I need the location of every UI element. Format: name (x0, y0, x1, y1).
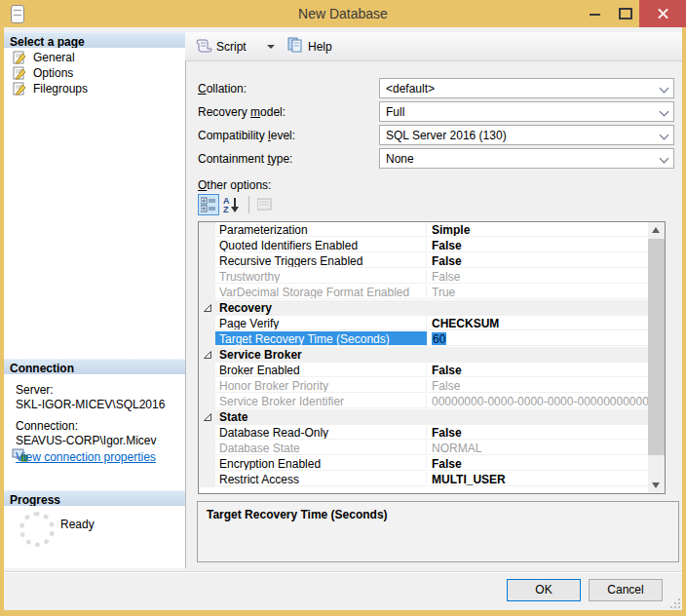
property-value[interactable]: CHECKSUM (428, 316, 648, 330)
property-value[interactable]: False (428, 378, 648, 393)
scroll-up-button[interactable] (648, 222, 665, 239)
connection-panel: Server: SKL-IGOR-MICEV\SQL2016 Connectio… (4, 374, 185, 490)
script-dropdown-icon[interactable] (267, 45, 275, 49)
server-label: Server: (16, 383, 54, 397)
chevron-down-icon (660, 85, 669, 95)
compatibility-level-select[interactable]: SQL Server 2016 (130) (379, 125, 674, 145)
property-value[interactable]: NORMAL (428, 441, 648, 455)
property-value[interactable]: False (428, 238, 648, 252)
minimize-button[interactable] (583, 0, 608, 27)
property-name[interactable]: Restrict Access (215, 472, 427, 486)
close-button[interactable] (639, 0, 686, 27)
categorized-icon (201, 197, 216, 212)
maximize-button[interactable] (612, 0, 637, 27)
page-icon (13, 82, 27, 96)
collation-select[interactable]: <default> (379, 78, 674, 98)
property-name[interactable]: Quoted Identifiers Enabled (215, 238, 427, 252)
containment-type-value: None (386, 152, 414, 166)
grid-row: VarDecimal Storage Format Enabled True (199, 285, 665, 300)
collation-value: <default> (386, 82, 435, 96)
grid-scrollbar[interactable] (648, 222, 665, 493)
grid-row: Quoted Identifiers Enabled False (199, 238, 665, 253)
grid-row: Parameterization Simple (199, 222, 665, 238)
property-value[interactable]: 00000000-0000-0000-0000-000000000000 (428, 394, 648, 408)
connection-header: Connection (4, 359, 185, 374)
property-name[interactable]: VarDecimal Storage Format Enabled (215, 285, 427, 299)
property-value[interactable]: MULTI_USER (428, 472, 648, 486)
grid-row: Page Verify CHECKSUM (199, 316, 665, 331)
sidebar-item-general[interactable]: General (4, 50, 185, 65)
property-name[interactable]: Trustworthy (215, 269, 427, 284)
az-sort-icon: AZ (223, 196, 241, 213)
view-connection-properties-link[interactable]: View connection properties (16, 450, 156, 464)
property-name[interactable]: Target Recovery Time (Seconds) (215, 331, 427, 346)
script-button[interactable]: Script (195, 36, 263, 57)
grid-category-row[interactable]: Service Broker (199, 347, 665, 363)
compatibility-level-label: Compatibility level: (198, 129, 295, 142)
grid-row: Database State NORMAL (199, 441, 665, 456)
collapse-expander-icon[interactable] (203, 303, 212, 313)
property-value[interactable]: False (428, 363, 648, 377)
property-name[interactable]: Broker Enabled (215, 363, 427, 377)
property-value[interactable]: False (428, 456, 648, 471)
chevron-down-icon (660, 155, 669, 165)
grid-category-row[interactable]: State (199, 409, 665, 425)
other-options-property-grid: Parameterization Simple Quoted Identifie… (198, 221, 666, 494)
property-value[interactable]: False (428, 425, 648, 440)
sidebar-item-options[interactable]: Options (4, 65, 185, 81)
alphabetical-sort-button[interactable]: AZ (221, 194, 243, 215)
progress-header: Progress (4, 490, 185, 506)
grid-category-row[interactable]: Recovery (199, 300, 665, 316)
cancel-button[interactable]: Cancel (589, 579, 663, 601)
containment-type-label: Containment type: (198, 152, 292, 166)
script-button-label: Script (216, 40, 247, 54)
ok-button[interactable]: OK (507, 579, 581, 601)
grid-row-selected: Target Recovery Time (Seconds) 60 (199, 331, 665, 347)
category-label: Service Broker (219, 348, 302, 362)
property-name[interactable]: Encryption Enabled (215, 456, 427, 471)
progress-panel: Ready (4, 506, 185, 568)
help-pages-icon (286, 37, 304, 53)
category-label: State (219, 410, 248, 424)
help-button[interactable]: Help (286, 36, 345, 57)
property-pages-icon (257, 198, 273, 212)
collapse-expander-icon[interactable] (203, 412, 212, 422)
property-pages-button (254, 195, 276, 216)
page-icon (13, 66, 27, 80)
property-name[interactable]: Database State (215, 441, 427, 455)
scroll-down-button[interactable] (648, 477, 665, 493)
collapse-expander-icon[interactable] (203, 350, 212, 360)
grid-row: Trustworthy False (199, 269, 665, 285)
recovery-model-label: Recovery model: (198, 105, 286, 119)
property-name[interactable]: Parameterization (215, 222, 427, 237)
categorized-view-button[interactable] (198, 194, 219, 215)
property-name[interactable]: Database Read-Only (215, 425, 427, 440)
property-name[interactable]: Page Verify (215, 316, 427, 330)
property-name[interactable]: Honor Broker Priority (215, 378, 427, 393)
titlebar[interactable]: New Database (0, 0, 686, 27)
collation-label: Collation: (198, 82, 247, 96)
containment-type-select[interactable]: None (379, 148, 674, 169)
property-value[interactable]: Simple (428, 222, 648, 237)
property-value-editor[interactable]: 60 (428, 331, 648, 346)
category-label: Recovery (219, 301, 272, 315)
page-icon (13, 51, 27, 64)
panel-divider (185, 32, 186, 568)
sidebar-item-filegroups[interactable]: Filegroups (4, 81, 185, 96)
resize-grip[interactable] (670, 598, 680, 608)
property-name[interactable]: Service Broker Identifier (215, 394, 427, 408)
compatibility-level-value: SQL Server 2016 (130) (386, 129, 507, 142)
chevron-down-icon (660, 132, 669, 141)
property-value[interactable]: False (428, 253, 648, 268)
property-name[interactable]: Recursive Triggers Enabled (215, 253, 427, 268)
selected-edit-text: 60 (432, 332, 446, 346)
property-value[interactable]: False (428, 269, 648, 284)
dialog-toolbar: Script Help (185, 32, 682, 61)
scrollbar-thumb[interactable] (648, 239, 665, 455)
property-description-title: Target Recovery Time (Seconds) (207, 508, 388, 521)
recovery-model-select[interactable]: Full (379, 101, 674, 122)
grid-row: Broker Enabled False (199, 363, 665, 378)
property-value[interactable]: True (428, 285, 648, 299)
sidebar-item-label: Options (33, 66, 73, 80)
server-value: SKL-IGOR-MICEV\SQL2016 (16, 398, 165, 411)
